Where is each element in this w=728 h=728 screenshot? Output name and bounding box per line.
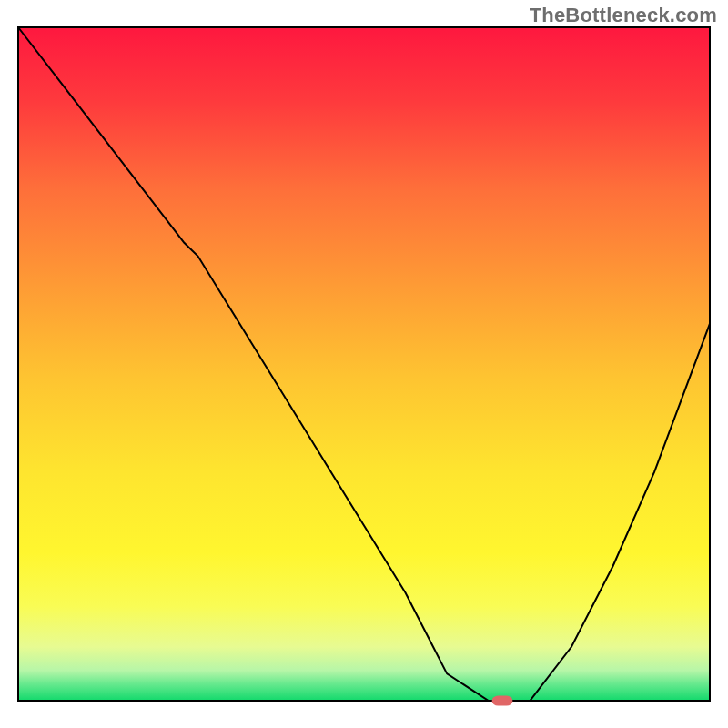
optimal-point-marker [492, 696, 513, 706]
chart-stage: TheBottleneck.com [0, 0, 728, 728]
watermark-text: TheBottleneck.com [530, 4, 717, 27]
plot-background [18, 27, 710, 701]
bottleneck-plot [0, 0, 728, 728]
